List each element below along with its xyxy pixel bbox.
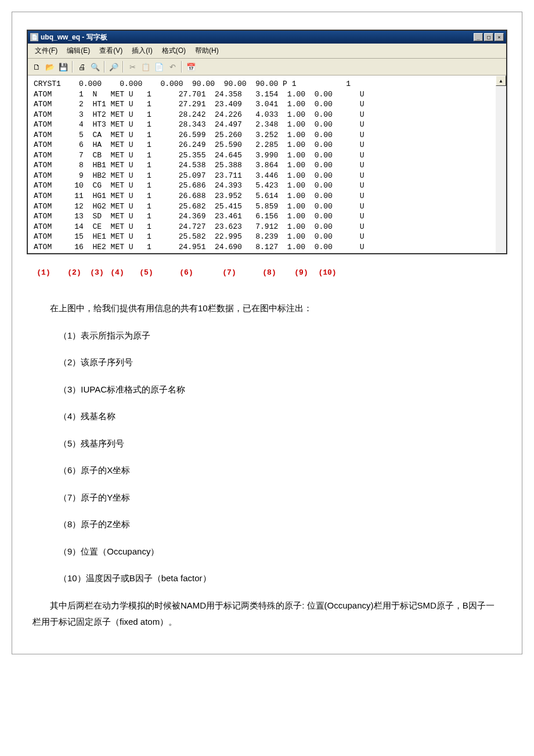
- column-markers: (1)(2)(3)(4)(5)(6)(7)(8)(9)(10): [21, 266, 513, 277]
- marker-2: (2): [60, 268, 88, 277]
- preview-icon[interactable]: 🔍: [89, 60, 102, 73]
- minimize-button[interactable]: _: [474, 33, 483, 41]
- legend-item: （4）残基名称: [59, 408, 501, 425]
- app-icon: 📄: [30, 33, 38, 41]
- marker-1: (1): [27, 268, 60, 277]
- column-legend-list: （1）表示所指示为原子（2）该原子序列号（3）IUPAC标准格式的原子名称（4）…: [33, 327, 501, 587]
- close-button[interactable]: ×: [495, 33, 504, 41]
- separator-icon: [181, 61, 182, 73]
- legend-item: （5）残基序列号: [59, 435, 501, 452]
- marker-8: (8): [250, 268, 289, 277]
- content-area: CRYST1 0.000 0.000 0.000 90.00 90.00 90.…: [28, 75, 506, 253]
- window-title: ubq_ww_eq - 写字板: [41, 33, 474, 42]
- menu-format[interactable]: 格式(O): [157, 45, 190, 57]
- legend-item: （1）表示所指示为原子: [59, 327, 501, 344]
- separator-icon: [72, 61, 73, 73]
- menu-file[interactable]: 文件(F): [30, 45, 62, 57]
- copy-icon[interactable]: 📋: [139, 60, 152, 73]
- maximize-button[interactable]: □: [484, 33, 493, 41]
- marker-6: (6): [164, 268, 209, 277]
- legend-item: （7）原子的Y坐标: [59, 489, 501, 506]
- scroll-up-icon[interactable]: ▲: [496, 75, 506, 86]
- marker-10: (10): [313, 268, 341, 277]
- menu-insert[interactable]: 插入(I): [127, 45, 157, 57]
- separator-icon: [104, 61, 105, 73]
- legend-item: （10）温度因子或B因子（beta factor）: [59, 570, 501, 587]
- marker-9: (9): [289, 268, 313, 277]
- outro-paragraph: 其中后两栏在动力学模拟的时候被NAMD用于标记两类特殊的原子: 位置(Occup…: [33, 597, 501, 631]
- new-icon[interactable]: 🗋: [30, 60, 43, 73]
- window-controls: _ □ ×: [474, 33, 504, 41]
- page-frame: 📄 ubq_ww_eq - 写字板 _ □ × 文件(F) 编辑(E) 查看(V…: [12, 12, 522, 654]
- explanation-text: 在上图中，给我们提供有用信息的共有10栏数据，已在图中标注出： （1）表示所指示…: [21, 277, 513, 636]
- menubar: 文件(F) 编辑(E) 查看(V) 插入(I) 格式(O) 帮助(H): [28, 44, 506, 59]
- datetime-icon[interactable]: 📅: [185, 60, 197, 73]
- marker-5: (5): [129, 268, 164, 277]
- legend-item: （8）原子的Z坐标: [59, 516, 501, 533]
- text-content[interactable]: CRYST1 0.000 0.000 0.000 90.00 90.00 90.…: [28, 75, 496, 253]
- menu-help[interactable]: 帮助(H): [190, 45, 223, 57]
- separator-icon: [122, 61, 124, 73]
- marker-7: (7): [209, 268, 250, 277]
- cut-icon[interactable]: ✂: [126, 60, 139, 73]
- intro-paragraph: 在上图中，给我们提供有用信息的共有10栏数据，已在图中标注出：: [33, 300, 501, 317]
- print-icon[interactable]: 🖨: [75, 60, 88, 73]
- marker-4: (4): [106, 268, 129, 277]
- toolbar: 🗋 📂 💾 🖨 🔍 🔎 ✂ 📋 📄 ↶ 📅: [28, 59, 506, 75]
- menu-edit[interactable]: 编辑(E): [62, 45, 95, 57]
- menu-view[interactable]: 查看(V): [95, 45, 127, 57]
- marker-3: (3): [88, 268, 106, 277]
- wordpad-window: 📄 ubq_ww_eq - 写字板 _ □ × 文件(F) 编辑(E) 查看(V…: [27, 30, 507, 254]
- legend-item: （3）IUPAC标准格式的原子名称: [59, 381, 501, 398]
- find-icon[interactable]: 🔎: [107, 60, 120, 73]
- legend-item: （9）位置（Occupancy）: [59, 543, 501, 560]
- vertical-scrollbar[interactable]: ▲: [496, 75, 506, 253]
- scroll-track[interactable]: [496, 86, 506, 253]
- save-icon[interactable]: 💾: [57, 60, 70, 73]
- undo-icon[interactable]: ↶: [166, 60, 179, 73]
- legend-item: （6）原子的X坐标: [59, 462, 501, 479]
- titlebar: 📄 ubq_ww_eq - 写字板 _ □ ×: [28, 31, 506, 44]
- open-icon[interactable]: 📂: [44, 60, 56, 73]
- paste-icon[interactable]: 📄: [153, 60, 165, 73]
- legend-item: （2）该原子序列号: [59, 354, 501, 371]
